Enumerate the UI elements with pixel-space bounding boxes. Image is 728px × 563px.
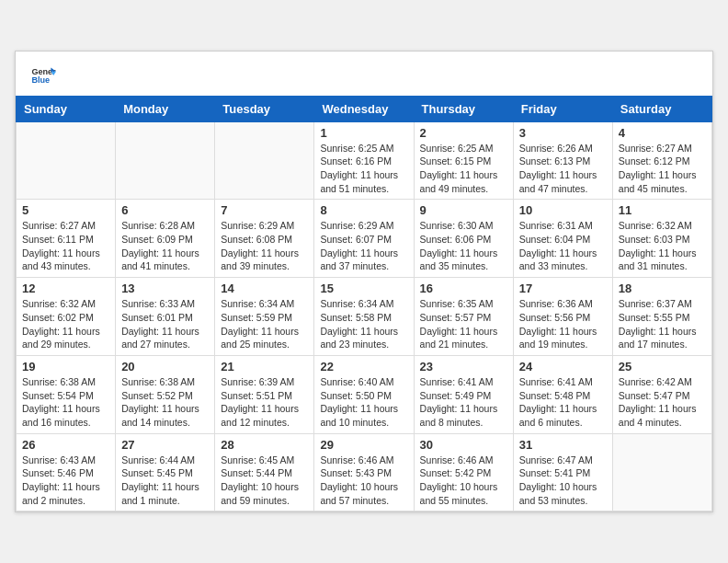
calendar-week-row: 19Sunrise: 6:38 AM Sunset: 5:54 PM Dayli… — [17, 355, 712, 433]
day-number: 24 — [519, 360, 607, 373]
calendar-cell: 13Sunrise: 6:33 AM Sunset: 6:01 PM Dayli… — [116, 278, 215, 356]
calendar-cell: 19Sunrise: 6:38 AM Sunset: 5:54 PM Dayli… — [17, 355, 116, 433]
day-info: Sunrise: 6:29 AM Sunset: 6:08 PM Dayligh… — [221, 219, 308, 273]
weekday-header-thursday: Thursday — [414, 96, 513, 121]
calendar-cell — [612, 433, 711, 511]
calendar-week-row: 12Sunrise: 6:32 AM Sunset: 6:02 PM Dayli… — [17, 278, 712, 356]
day-number: 15 — [320, 282, 407, 295]
day-info: Sunrise: 6:38 AM Sunset: 5:54 PM Dayligh… — [22, 375, 109, 430]
day-number: 1 — [320, 126, 407, 140]
calendar-cell — [17, 121, 116, 200]
weekday-header-saturday: Saturday — [612, 96, 711, 121]
calendar-cell: 4Sunrise: 6:27 AM Sunset: 6:12 PM Daylig… — [612, 121, 711, 200]
calendar-cell — [116, 121, 215, 200]
calendar-cell: 6Sunrise: 6:28 AM Sunset: 6:09 PM Daylig… — [116, 200, 215, 278]
day-info: Sunrise: 6:29 AM Sunset: 6:07 PM Dayligh… — [320, 219, 407, 273]
day-number: 26 — [22, 438, 109, 452]
calendar-cell: 15Sunrise: 6:34 AM Sunset: 5:58 PM Dayli… — [314, 278, 414, 356]
calendar-cell: 12Sunrise: 6:32 AM Sunset: 6:02 PM Dayli… — [17, 278, 116, 356]
day-number: 31 — [519, 438, 607, 452]
calendar-cell: 9Sunrise: 6:30 AM Sunset: 6:06 PM Daylig… — [414, 200, 513, 278]
day-number: 13 — [121, 282, 209, 295]
day-number: 28 — [221, 438, 308, 452]
weekday-header-monday: Monday — [116, 96, 215, 121]
day-info: Sunrise: 6:34 AM Sunset: 5:58 PM Dayligh… — [320, 297, 407, 351]
calendar-cell: 23Sunrise: 6:41 AM Sunset: 5:49 PM Dayli… — [414, 355, 513, 433]
day-number: 4 — [619, 126, 706, 140]
calendar-cell: 8Sunrise: 6:29 AM Sunset: 6:07 PM Daylig… — [314, 200, 414, 278]
day-info: Sunrise: 6:44 AM Sunset: 5:45 PM Dayligh… — [121, 454, 209, 508]
calendar-cell: 2Sunrise: 6:25 AM Sunset: 6:15 PM Daylig… — [414, 121, 513, 200]
day-number: 16 — [420, 282, 507, 295]
day-info: Sunrise: 6:27 AM Sunset: 6:12 PM Dayligh… — [619, 142, 706, 196]
day-info: Sunrise: 6:38 AM Sunset: 5:52 PM Dayligh… — [121, 375, 209, 430]
calendar-cell: 29Sunrise: 6:46 AM Sunset: 5:43 PM Dayli… — [314, 433, 414, 511]
weekday-header-friday: Friday — [513, 96, 612, 121]
calendar-cell: 10Sunrise: 6:31 AM Sunset: 6:04 PM Dayli… — [513, 200, 612, 278]
day-info: Sunrise: 6:30 AM Sunset: 6:06 PM Dayligh… — [420, 219, 507, 273]
logo-icon: General Blue — [30, 63, 56, 88]
day-number: 3 — [519, 126, 607, 140]
day-info: Sunrise: 6:47 AM Sunset: 5:41 PM Dayligh… — [519, 454, 607, 508]
day-number: 9 — [420, 203, 507, 217]
day-info: Sunrise: 6:41 AM Sunset: 5:49 PM Dayligh… — [420, 375, 507, 430]
calendar-table: SundayMondayTuesdayWednesdayThursdayFrid… — [16, 96, 712, 512]
day-number: 18 — [619, 282, 706, 295]
calendar-cell: 21Sunrise: 6:39 AM Sunset: 5:51 PM Dayli… — [215, 355, 314, 433]
calendar-cell: 16Sunrise: 6:35 AM Sunset: 5:57 PM Dayli… — [414, 278, 513, 356]
day-number: 12 — [22, 282, 109, 295]
calendar-cell: 31Sunrise: 6:47 AM Sunset: 5:41 PM Dayli… — [513, 433, 612, 511]
calendar-cell: 14Sunrise: 6:34 AM Sunset: 5:59 PM Dayli… — [215, 278, 314, 356]
day-number: 25 — [619, 360, 706, 373]
day-info: Sunrise: 6:25 AM Sunset: 6:16 PM Dayligh… — [320, 142, 407, 196]
day-info: Sunrise: 6:41 AM Sunset: 5:48 PM Dayligh… — [519, 375, 607, 430]
calendar-cell: 30Sunrise: 6:46 AM Sunset: 5:42 PM Dayli… — [414, 433, 513, 511]
day-info: Sunrise: 6:40 AM Sunset: 5:50 PM Dayligh… — [320, 375, 407, 430]
day-info: Sunrise: 6:28 AM Sunset: 6:09 PM Dayligh… — [121, 219, 209, 273]
day-number: 2 — [420, 126, 507, 140]
day-number: 8 — [320, 203, 407, 217]
calendar-cell — [215, 121, 314, 200]
calendar-cell: 25Sunrise: 6:42 AM Sunset: 5:47 PM Dayli… — [612, 355, 711, 433]
logo: General Blue — [30, 63, 60, 88]
day-number: 22 — [320, 360, 407, 373]
calendar-week-row: 26Sunrise: 6:43 AM Sunset: 5:46 PM Dayli… — [17, 433, 712, 511]
calendar-cell: 7Sunrise: 6:29 AM Sunset: 6:08 PM Daylig… — [215, 200, 314, 278]
calendar-cell: 28Sunrise: 6:45 AM Sunset: 5:44 PM Dayli… — [215, 433, 314, 511]
calendar-week-row: 5Sunrise: 6:27 AM Sunset: 6:11 PM Daylig… — [17, 200, 712, 278]
day-info: Sunrise: 6:37 AM Sunset: 5:55 PM Dayligh… — [619, 297, 706, 351]
day-info: Sunrise: 6:46 AM Sunset: 5:43 PM Dayligh… — [320, 454, 407, 508]
day-info: Sunrise: 6:25 AM Sunset: 6:15 PM Dayligh… — [420, 142, 507, 196]
calendar-cell: 3Sunrise: 6:26 AM Sunset: 6:13 PM Daylig… — [513, 121, 612, 200]
day-info: Sunrise: 6:27 AM Sunset: 6:11 PM Dayligh… — [22, 219, 109, 273]
weekday-header-tuesday: Tuesday — [215, 96, 314, 121]
day-info: Sunrise: 6:45 AM Sunset: 5:44 PM Dayligh… — [221, 454, 308, 508]
day-number: 14 — [221, 282, 308, 295]
day-info: Sunrise: 6:36 AM Sunset: 5:56 PM Dayligh… — [519, 297, 607, 351]
day-number: 19 — [22, 360, 109, 373]
calendar-cell: 22Sunrise: 6:40 AM Sunset: 5:50 PM Dayli… — [314, 355, 414, 433]
day-info: Sunrise: 6:34 AM Sunset: 5:59 PM Dayligh… — [221, 297, 308, 351]
day-info: Sunrise: 6:43 AM Sunset: 5:46 PM Dayligh… — [22, 454, 109, 508]
calendar-cell: 1Sunrise: 6:25 AM Sunset: 6:16 PM Daylig… — [314, 121, 414, 200]
calendar-header: General Blue — [16, 52, 712, 96]
day-info: Sunrise: 6:32 AM Sunset: 6:02 PM Dayligh… — [22, 297, 109, 351]
day-number: 10 — [519, 203, 607, 217]
day-number: 20 — [121, 360, 209, 373]
day-number: 29 — [320, 438, 407, 452]
day-info: Sunrise: 6:39 AM Sunset: 5:51 PM Dayligh… — [221, 375, 308, 430]
day-info: Sunrise: 6:46 AM Sunset: 5:42 PM Dayligh… — [420, 454, 507, 508]
day-number: 21 — [221, 360, 308, 373]
calendar-cell: 27Sunrise: 6:44 AM Sunset: 5:45 PM Dayli… — [116, 433, 215, 511]
calendar-cell: 11Sunrise: 6:32 AM Sunset: 6:03 PM Dayli… — [612, 200, 711, 278]
calendar-cell: 26Sunrise: 6:43 AM Sunset: 5:46 PM Dayli… — [17, 433, 116, 511]
svg-text:Blue: Blue — [31, 75, 50, 85]
day-number: 11 — [619, 203, 706, 217]
day-info: Sunrise: 6:26 AM Sunset: 6:13 PM Dayligh… — [519, 142, 607, 196]
weekday-header-sunday: Sunday — [17, 96, 116, 121]
calendar-cell: 17Sunrise: 6:36 AM Sunset: 5:56 PM Dayli… — [513, 278, 612, 356]
day-number: 27 — [121, 438, 209, 452]
calendar-container: General Blue SundayMondayTuesdayWednesda… — [15, 51, 713, 513]
calendar-cell: 5Sunrise: 6:27 AM Sunset: 6:11 PM Daylig… — [17, 200, 116, 278]
calendar-week-row: 1Sunrise: 6:25 AM Sunset: 6:16 PM Daylig… — [17, 121, 712, 200]
